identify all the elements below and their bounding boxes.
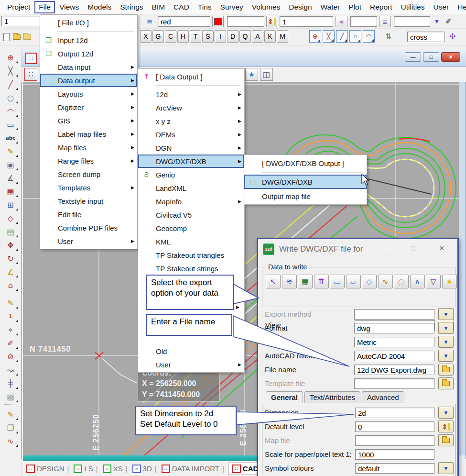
dialog-minimize-button[interactable]: — [384,244,391,252]
field-input[interactable] [354,337,434,347]
tool-image-tool[interactable]: ▤ [2,225,19,238]
menu-cad[interactable]: CAD [169,1,194,13]
colour-swatch-button[interactable] [212,16,224,27]
view-tab-design[interactable]: ∷ DESIGN [25,464,73,474]
view-tab-3d[interactable]: ↗ 3D [131,464,161,474]
quick-key-m[interactable]: M [277,30,288,43]
field-input[interactable] [354,351,434,361]
quick-key-k[interactable]: K [264,30,276,43]
quick-key-a[interactable]: A [252,30,263,43]
file-menu-item-label-map-files[interactable]: Label map files ▶ [40,127,137,141]
tool-string-pencil-tool[interactable]: ✎ [2,408,19,421]
file-menu-item-textstyle-input[interactable]: Textstyle input [40,194,137,208]
select-tool-polygon-select[interactable]: ◇ [362,275,377,288]
menu-models[interactable]: Models [83,1,116,13]
snap-line-snap[interactable]: ╱ [336,30,348,43]
file-menu-item-range-files[interactable]: Range files ▶ [40,154,137,167]
tool-number-box-tool[interactable]: 1 [2,310,19,322]
folder-button[interactable] [438,434,454,446]
data-output-item-dwg-dxf-dxb[interactable]: DWG/DXF/DXB ▶ [138,155,244,168]
name-input[interactable] [394,16,430,27]
dialog-maximize-button[interactable]: □ [411,244,415,252]
tool-arc-tool[interactable]: ◠ [2,105,19,117]
data-output-item-12d[interactable]: 12d ▶ [138,88,244,101]
dropdown-button[interactable]: ▼ [438,462,454,474]
dwg-menu-item-output-map-file[interactable]: Output map file [244,189,367,203]
tool-polygon-tool[interactable]: ◇ [2,212,19,224]
dropdown-button[interactable]: ▼ [438,322,454,334]
tool-copy-tool[interactable]: ⊞ [2,199,19,211]
view-menu-icon[interactable]: ∷ [24,68,37,81]
file-menu-item-edit-file[interactable]: Edit file [40,208,137,221]
select-tool-box-select[interactable]: ▭ [330,275,345,288]
layers-icon[interactable]: ≋ [144,16,155,27]
data-output-item-arcview[interactable]: ArcView ▶ [138,101,244,114]
height-ruler-icon[interactable]: ⇕ [266,16,277,27]
quick-key-s[interactable]: S [202,30,214,43]
snap-point-snap[interactable]: ⊕ [309,30,321,43]
menu-views[interactable]: Views [55,1,83,13]
quick-key-i[interactable]: I [215,30,226,43]
quick-key-x[interactable]: X [140,30,152,43]
menu-report[interactable]: Report [366,1,397,13]
quick-key-g[interactable]: G [152,30,164,43]
linestyle-icon[interactable]: ≡ [379,16,391,27]
file-menu-item-user[interactable]: User ▶ [40,234,137,248]
data-output-item-landxml[interactable]: LandXML [138,181,244,195]
quick-key-d[interactable]: D [227,30,238,43]
field-input[interactable] [355,449,434,460]
field-input[interactable] [354,378,434,389]
field-input[interactable] [354,323,434,333]
menu-help[interactable]: Help [453,1,466,13]
tool-measure-tool[interactable]: ∡ [2,172,19,184]
menu-user[interactable]: User [429,1,453,13]
new-file-icon[interactable] [1,31,11,43]
select-tool-lasso-select[interactable]: ◌ [394,275,409,288]
tinable-input[interactable] [227,16,264,27]
menu-plot[interactable]: Plot [344,1,366,13]
tool-grid-tool[interactable]: ▦ [2,185,19,198]
tool-rect-tool[interactable]: ▭ [2,118,19,131]
data-output-item-kml[interactable]: KML [138,235,244,248]
tool-text-tool[interactable]: abc [2,132,19,144]
tool-shield-tool[interactable]: ⌂ [2,279,19,291]
select-tool-select-arrow[interactable]: ↖ [266,275,281,288]
close-button[interactable]: ✕ [441,52,460,62]
snap-circle-snap[interactable]: ○ [349,30,361,43]
data-output-item-data-output[interactable]: ⤒ [ Data Output ] [138,70,244,83]
data-output-item-genio[interactable]: Ƨ Genio [138,168,244,181]
file-menu-item-data-input[interactable]: Data input ▶ [40,60,137,74]
tool-wave-tool[interactable]: ∿ [2,435,19,447]
select-tool-view-select[interactable]: ▦ [298,275,313,288]
tool-pipe-tool[interactable]: ⊘ [2,350,19,363]
menu-survey[interactable]: Survey [216,1,248,13]
data-output-item-tp-stakeout-triangles[interactable]: TP Stakeout triangles [138,248,244,262]
quick-key-t[interactable]: T [190,30,201,43]
file-menu-item-screen-dump[interactable]: Screen dump [40,167,137,181]
file-menu-item-digitizer[interactable]: Digitizer ▶ [40,100,137,114]
height-picker-button[interactable]: ⇕ [438,421,454,432]
file-menu-item-input-12d[interactable]: ❒ Input 12d [40,33,137,47]
quick-key-q[interactable]: Q [239,30,251,43]
tool-hatch-tool[interactable]: ▨ [2,390,19,403]
data-output-item-mapinfo[interactable]: MapInfo ▶ [138,195,244,208]
dialog-tab-advanced[interactable]: Advanced [362,391,404,403]
dropdown-button[interactable]: ▼ [438,350,454,362]
folder-button[interactable] [438,377,454,389]
select-tool-parallelogram-select[interactable]: ▱ [346,275,361,288]
maximize-button[interactable]: □ [423,52,439,62]
field-input[interactable] [355,463,434,474]
tool-gradient-line-tool[interactable]: ∠ [2,266,19,278]
menu-file[interactable]: File [34,1,55,13]
dwg-menu-item-dwg-dxf-dxb-output[interactable]: [ DWG/DXF/DXB Output ] [244,156,367,170]
file-menu-item-data-output[interactable]: Data output ▶ [40,74,137,87]
tool-circle-tool[interactable]: ○ [2,91,19,104]
select-tool-tin-select[interactable]: ∧ [410,275,425,288]
view-tab-data-import[interactable]: ∷ DATA IMPORT [161,464,228,474]
colour-input[interactable] [158,16,210,27]
favorites-star-button[interactable]: ★ [245,68,258,81]
tool-intersect-tool[interactable]: ╳ [2,65,19,77]
menu-utilities[interactable]: Utilities [397,1,429,13]
select-tool-models-select[interactable]: ≋ [282,275,297,288]
tool-page-tool[interactable]: ❐ [2,421,19,434]
